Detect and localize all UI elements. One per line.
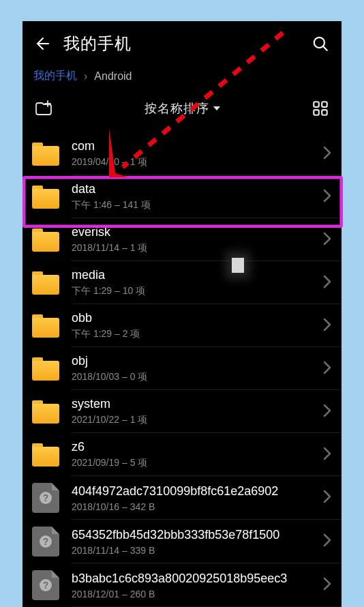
chevron-right-icon	[322, 231, 332, 249]
file-icon: ?	[32, 483, 59, 513]
list-item-meta: 2018/10/16 – 342 B	[72, 501, 310, 512]
chevron-right-icon	[322, 274, 332, 292]
list-item-text: 404f4972adc7310099bf8fc61e2a69022018/10/…	[72, 484, 310, 512]
folder-icon	[32, 271, 59, 295]
breadcrumb: 我的手机 › Android	[22, 63, 342, 90]
folder-icon	[32, 228, 59, 252]
file-list: com2019/04/10 – 1 项data下午 1:46 – 141 项ev…	[22, 132, 342, 607]
folder-icon	[32, 443, 59, 467]
list-item-name: data	[72, 182, 310, 196]
breadcrumb-root[interactable]: 我的手机	[33, 69, 77, 83]
back-button[interactable]	[32, 34, 51, 53]
list-item-meta: 2018/11/14 – 1 项	[72, 242, 310, 254]
list-item-name: b3babc1c6c893a80020925018b95eec3	[72, 572, 310, 586]
list-item[interactable]: com2019/04/10 – 1 项	[22, 132, 342, 175]
list-item-text: obj2018/10/03 – 0 项	[72, 354, 310, 383]
new-folder-button[interactable]	[32, 97, 55, 120]
list-item-text: data下午 1:46 – 141 项	[72, 182, 310, 211]
list-item-name: 404f4972adc7310099bf8fc61e2a6902	[72, 484, 310, 499]
list-item[interactable]: media下午 1:29 – 10 项	[22, 261, 342, 304]
list-item-meta: 2021/09/19 – 5 项	[72, 457, 310, 469]
folder-icon	[32, 186, 59, 209]
redaction-overlay	[232, 258, 244, 273]
chevron-down-icon	[213, 106, 220, 110]
list-item-name: obb	[72, 311, 310, 325]
list-item[interactable]: system2021/10/22 – 1 项	[22, 390, 342, 433]
list-item-text: obb下午 1:29 – 2 项	[72, 311, 310, 340]
folder-icon	[32, 400, 59, 424]
list-item-text: media下午 1:29 – 10 项	[72, 268, 310, 297]
folder-icon	[32, 357, 59, 381]
list-item-meta: 2018/11/14 – 339 B	[72, 545, 310, 556]
list-item-name: z6	[72, 440, 310, 454]
svg-rect-8	[322, 110, 327, 115]
folder-icon	[32, 143, 59, 166]
list-item-text: everisk2018/11/14 – 1 项	[72, 225, 310, 254]
file-icon: ?	[32, 570, 59, 600]
list-item-meta: 2019/04/10 – 1 项	[72, 156, 310, 168]
list-item[interactable]: everisk2018/11/14 – 1 项	[22, 218, 342, 261]
chevron-right-icon: ›	[84, 70, 87, 83]
svg-rect-6	[322, 102, 327, 107]
app-header: 我的手机	[22, 21, 342, 63]
list-item-text: 654352fbb45d32bbb333fb53e78f15002018/11/…	[72, 528, 310, 556]
list-item-meta: 2018/10/03 – 0 项	[72, 371, 310, 383]
search-button[interactable]	[309, 32, 332, 55]
list-item-name: everisk	[72, 225, 310, 239]
sort-button[interactable]: 按名称排序	[55, 100, 309, 117]
chevron-right-icon	[322, 576, 332, 594]
list-item-meta: 2018/12/01 – 260 B	[72, 589, 310, 599]
chevron-right-icon	[322, 489, 332, 507]
chevron-right-icon	[322, 446, 332, 464]
list-item-meta: 下午 1:29 – 10 项	[72, 285, 310, 297]
list-item[interactable]: ?b3babc1c6c893a80020925018b95eec32018/12…	[22, 563, 342, 607]
breadcrumb-current: Android	[94, 70, 132, 83]
list-item-meta: 下午 1:46 – 141 项	[72, 199, 310, 211]
list-item[interactable]: data下午 1:46 – 141 项	[22, 175, 342, 218]
list-item-name: obj	[72, 354, 310, 368]
list-item[interactable]: z62021/09/19 – 5 项	[22, 433, 342, 476]
list-item[interactable]: obb下午 1:29 – 2 项	[22, 304, 342, 347]
svg-line-2	[323, 46, 327, 50]
list-item-name: 654352fbb45d32bbb333fb53e78f1500	[72, 528, 310, 542]
list-item-text: b3babc1c6c893a80020925018b95eec32018/12/…	[72, 572, 310, 599]
list-item-meta: 下午 1:29 – 2 项	[72, 328, 310, 340]
chevron-right-icon	[322, 317, 332, 335]
list-item-name: media	[72, 268, 310, 282]
list-item-name: system	[72, 397, 310, 411]
list-item-text: z62021/09/19 – 5 项	[72, 440, 310, 469]
chevron-right-icon	[322, 360, 332, 378]
list-item-text: system2021/10/22 – 1 项	[72, 397, 310, 426]
list-item[interactable]: obj2018/10/03 – 0 项	[22, 347, 342, 390]
list-item-meta: 2021/10/22 – 1 项	[72, 414, 310, 426]
toolbar: 按名称排序	[22, 90, 342, 132]
page-title: 我的手机	[63, 33, 297, 55]
sort-label: 按名称排序	[145, 100, 209, 117]
svg-rect-7	[314, 110, 319, 115]
chevron-right-icon	[322, 145, 332, 163]
list-item-text: com2019/04/10 – 1 项	[72, 139, 310, 168]
list-item[interactable]: ?654352fbb45d32bbb333fb53e78f15002018/11…	[22, 520, 342, 563]
grid-view-button[interactable]	[309, 97, 332, 120]
chevron-right-icon	[322, 403, 332, 421]
folder-icon	[32, 314, 59, 338]
list-item[interactable]: ?404f4972adc7310099bf8fc61e2a69022018/10…	[22, 476, 342, 520]
chevron-right-icon	[322, 188, 332, 206]
file-icon: ?	[32, 527, 59, 557]
svg-rect-5	[314, 102, 319, 107]
chevron-right-icon	[322, 533, 332, 550]
file-manager-screen: 我的手机 我的手机 › Android 按名称排序	[22, 21, 342, 607]
list-item-name: com	[72, 139, 310, 153]
